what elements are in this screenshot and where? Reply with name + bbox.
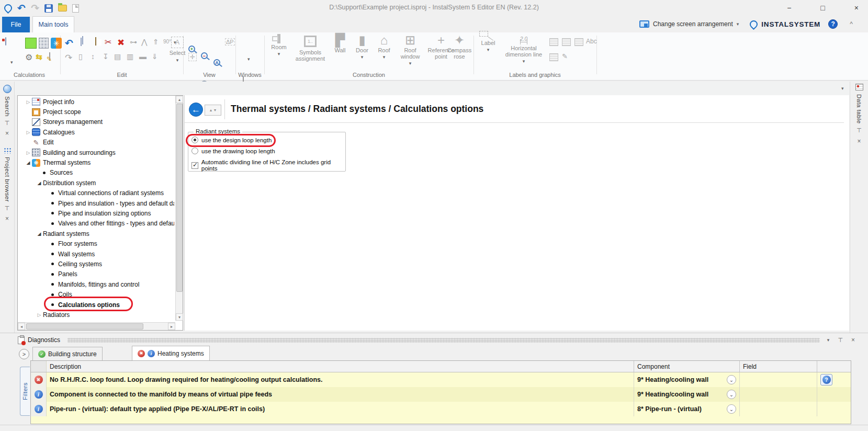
copy-icon[interactable] xyxy=(81,38,82,46)
checkbox-auto-dividing-line[interactable]: Automatic dividing line of H/C Zone incl… xyxy=(191,159,345,172)
expand-icon[interactable]: ▷ xyxy=(25,130,32,135)
radio-drawing-loop-length[interactable]: use the drawing loop length xyxy=(191,148,275,154)
tab-heating-systems[interactable]: ✖ i Heating systems xyxy=(132,346,210,360)
maximize-icon[interactable]: □ xyxy=(820,4,825,12)
collapse-ribbon-icon[interactable]: ^ xyxy=(850,20,853,28)
expand-icon[interactable]: ▷ xyxy=(25,150,32,155)
tree-item-project-info[interactable]: ▷Project info xyxy=(18,97,174,107)
tab-building-structure[interactable]: ✓ Building structure xyxy=(32,347,103,360)
building-calc-icon[interactable] xyxy=(25,38,37,49)
diagnostic-row-1[interactable]: ✖ No R.H./R.C. loop found. Loop drawing … xyxy=(31,372,851,387)
pin-icon[interactable]: ⊤ xyxy=(5,205,10,212)
back-button[interactable]: ← xyxy=(189,103,203,117)
tree-item-valves-fittings[interactable]: Valves and other fittings - types and de… xyxy=(18,219,174,229)
flow-arrows-icon[interactable]: ⇆ xyxy=(36,52,42,62)
expand-icon[interactable]: ▷ xyxy=(36,312,43,317)
tree-item-pipes-insulation-types[interactable]: Pipes and insulation - types and default… xyxy=(18,198,174,208)
windows-dropdown-icon[interactable]: ▾ xyxy=(247,56,250,62)
new-file-icon[interactable] xyxy=(72,4,79,13)
search-icon[interactable] xyxy=(3,85,12,93)
component-dropdown-icon[interactable]: ⌄ xyxy=(727,390,736,399)
zoom-in-icon[interactable]: + xyxy=(188,46,195,52)
scroll-thumb[interactable] xyxy=(176,104,183,292)
radio-design-loop-length[interactable]: use the design loop length xyxy=(191,137,272,143)
scroll-down-icon[interactable]: ▾ xyxy=(176,313,183,321)
thermal-calc-icon[interactable]: ✳ xyxy=(51,38,62,49)
collapse-icon[interactable]: ◢ xyxy=(36,231,43,236)
select-tool[interactable]: A Select ▾ xyxy=(168,37,186,63)
search-panel-tab[interactable]: Search xyxy=(4,96,10,117)
tree-item-thermal-systems[interactable]: ◢❋Thermal systems xyxy=(18,157,174,167)
tree-item-panels[interactable]: Panels xyxy=(18,269,174,279)
drag-handle-icon[interactable] xyxy=(4,148,11,154)
chevron-down-icon[interactable]: ▾ xyxy=(737,21,739,27)
tree-item-radiant-systems[interactable]: ◢Radiant systems xyxy=(18,229,174,239)
collapse-icon[interactable]: ◢ xyxy=(25,160,32,165)
pin-icon[interactable]: ⊤ xyxy=(5,120,10,127)
save-icon[interactable] xyxy=(44,4,53,13)
tree-item-radiators[interactable]: ▷Radiators xyxy=(18,310,174,320)
tree-item-project-scope[interactable]: Project scope xyxy=(18,107,174,117)
calculations-icon[interactable] xyxy=(5,37,6,46)
diagnostic-row-3[interactable]: i Pipe-run - (virtual): default type app… xyxy=(31,402,851,416)
checkbox-checked-icon[interactable] xyxy=(191,162,198,169)
tree-item-edit[interactable]: ✎Edit xyxy=(18,138,174,148)
filters-tab[interactable]: Filters xyxy=(20,367,30,416)
navigate-up-down-buttons[interactable]: ▴ ▾ xyxy=(205,105,221,116)
close-icon[interactable]: × xyxy=(857,138,861,145)
select-box-icon[interactable]: A xyxy=(171,37,184,48)
nav-down-icon[interactable]: ▾ xyxy=(214,108,216,112)
diagnostics-header[interactable]: Diagnostics ▾ ⊤ × xyxy=(18,335,855,345)
header-description[interactable]: Description xyxy=(47,361,634,372)
nav-up-icon[interactable]: ▴ xyxy=(210,108,212,112)
calculations-dropdown-icon[interactable]: ▾ xyxy=(10,60,13,65)
redo-icon[interactable]: ↷ xyxy=(31,2,39,14)
help-icon[interactable]: ? xyxy=(828,19,838,29)
scroll-right-icon[interactable]: ▸ xyxy=(168,323,175,330)
open-icon[interactable] xyxy=(58,5,67,12)
tree-item-sources[interactable]: Sources xyxy=(18,168,174,178)
select-label[interactable]: Select xyxy=(168,50,186,56)
close-icon[interactable]: × xyxy=(854,4,859,12)
zoom-all-icon[interactable]: A xyxy=(213,59,220,66)
scroll-up-icon[interactable]: ▴ xyxy=(176,96,183,103)
delete-icon[interactable]: ✖ xyxy=(117,37,125,48)
select-dropdown-icon[interactable]: ▾ xyxy=(176,58,179,63)
tab-overflow-icon[interactable]: ▾ xyxy=(841,86,844,91)
close-icon[interactable]: × xyxy=(5,130,9,137)
pan-hand-icon[interactable]: ✛ xyxy=(188,53,197,61)
diagnostic-row-2[interactable]: i Component is connected to the manifold… xyxy=(31,387,851,402)
tab-main-tools[interactable]: Main tools xyxy=(32,16,74,32)
header-component[interactable]: Component xyxy=(634,361,739,372)
tree-item-wall-systems[interactable]: Wall systems xyxy=(18,249,174,259)
paste-icon[interactable] xyxy=(95,37,96,46)
tree-vertical-scrollbar[interactable]: ▴ ▾ xyxy=(175,96,183,321)
header-severity[interactable] xyxy=(31,361,47,372)
pin-icon[interactable]: ⊤ xyxy=(838,337,843,344)
expand-panel-icon[interactable]: > xyxy=(19,349,29,359)
data-table-panel-tab[interactable]: Data table xyxy=(856,94,862,123)
tree-item-storeys-management[interactable]: Storeys management xyxy=(18,117,174,127)
data-table-icon[interactable] xyxy=(855,84,863,90)
expand-icon[interactable]: ▷ xyxy=(25,99,32,105)
tree-item-distribution-system[interactable]: ◢Distribution system xyxy=(18,178,174,188)
project-browser-panel-tab[interactable]: Project browser xyxy=(4,157,10,202)
change-screen-arrangement[interactable]: Change screen arrangement xyxy=(653,20,733,28)
tree-item-pipe-sizing-options[interactable]: Pipe and insulation sizing options xyxy=(18,208,174,218)
component-dropdown-icon[interactable]: ⌄ xyxy=(727,375,736,384)
tree-item-ceiling-systems[interactable]: Ceiling systems xyxy=(18,259,174,269)
component-dropdown-icon[interactable]: ⌄ xyxy=(727,404,736,414)
undo-icon[interactable]: ↶ xyxy=(65,37,73,49)
row-help-button[interactable]: ? xyxy=(820,374,832,385)
scroll-left-icon[interactable]: ◂ xyxy=(18,323,25,330)
close-icon[interactable]: × xyxy=(851,336,855,344)
zoom-out-icon[interactable]: − xyxy=(201,52,208,59)
tree-item-coils[interactable]: Coils xyxy=(18,289,174,299)
tree-item-floor-systems[interactable]: Floor systems xyxy=(18,239,174,248)
tree-horizontal-scrollbar[interactable]: ◂ ▸ xyxy=(18,322,175,330)
tree-item-manifolds[interactable]: Manifolds, fittings and control xyxy=(18,279,174,289)
tree-item-catalogues[interactable]: ▷Catalogues xyxy=(18,127,174,137)
results-table-icon[interactable] xyxy=(49,52,50,61)
file-tab[interactable]: File xyxy=(2,17,30,32)
settings-gear-icon[interactable]: ⚙ xyxy=(25,52,32,62)
